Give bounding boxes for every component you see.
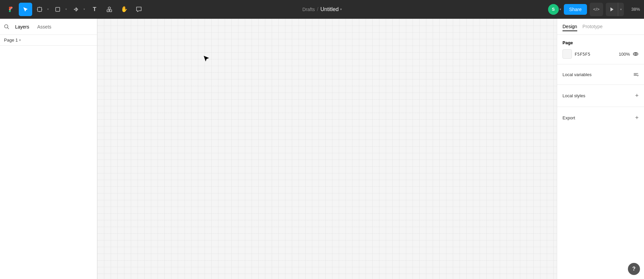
frame-icon <box>34 3 46 16</box>
page-bg-color-swatch[interactable] <box>562 49 572 59</box>
help-icon: ? <box>632 266 636 272</box>
breadcrumb-separator: / <box>317 6 318 12</box>
main-area: Layers Assets Page 1 ▾ Design <box>0 19 644 279</box>
export-add-button[interactable]: + <box>635 114 639 121</box>
svg-rect-0 <box>38 7 42 11</box>
layers-tab[interactable]: Layers <box>12 22 33 32</box>
page-bg-row: F5F5F5 100% <box>562 49 639 59</box>
divider-1 <box>557 64 644 64</box>
visibility-icon[interactable] <box>633 51 639 57</box>
svg-rect-9 <box>107 10 109 12</box>
search-icon[interactable] <box>4 24 9 29</box>
drafts-label: Drafts <box>302 7 315 12</box>
local-variables-icon[interactable] <box>633 72 639 77</box>
pen-icon <box>70 3 82 16</box>
play-button[interactable] <box>606 3 618 16</box>
share-label: Share <box>569 7 582 12</box>
svg-rect-5 <box>56 7 60 11</box>
export-label: Export <box>562 115 575 120</box>
avatar-initial: S <box>552 7 555 12</box>
play-dropdown-arrow[interactable]: ▾ <box>618 3 624 16</box>
right-panel-content: Page F5F5F5 100% Local variables <box>557 35 644 259</box>
cursor <box>203 55 210 63</box>
breadcrumb: Drafts / Untitled ▾ <box>302 6 341 12</box>
svg-point-14 <box>635 53 637 55</box>
select-tool-button[interactable] <box>19 3 32 16</box>
code-icon: </> <box>593 7 600 12</box>
page-selector[interactable]: Page 1 ▾ <box>0 35 97 46</box>
shape-tool-dropdown-arrow[interactable]: ▾ <box>64 3 68 16</box>
play-icon <box>610 7 614 12</box>
frame-tool-dropdown-arrow[interactable]: ▾ <box>46 3 50 16</box>
frame-tool-button[interactable]: ▾ <box>34 3 50 16</box>
layers-panel-content <box>0 46 97 279</box>
right-panel-tabs: Design Prototype <box>557 19 644 35</box>
page-bg-opacity[interactable]: 100% <box>616 52 630 57</box>
toolbar-right: S ▾ Share </> ▾ 38% <box>548 3 640 16</box>
figma-logo-button[interactable] <box>4 3 17 16</box>
share-button[interactable]: Share <box>564 4 587 15</box>
pen-tool-button[interactable]: ▾ <box>70 3 87 16</box>
page-section-title: Page <box>562 40 639 45</box>
left-panel: Layers Assets Page 1 ▾ <box>0 19 97 279</box>
text-icon: T <box>93 6 96 13</box>
local-styles-row: Local styles + <box>562 90 639 101</box>
text-tool-button[interactable]: T <box>88 3 101 16</box>
layers-tab-label: Layers <box>15 24 29 30</box>
page-bg-color-hex[interactable]: F5F5F5 <box>575 52 614 57</box>
pen-tool-dropdown-arrow[interactable]: ▾ <box>82 3 87 16</box>
code-button[interactable]: </> <box>590 3 603 16</box>
assets-tab-label: Assets <box>37 24 51 30</box>
avatar-dropdown-chevron[interactable]: ▾ <box>559 7 561 11</box>
local-variables-label: Local variables <box>562 72 592 77</box>
breadcrumb-drafts[interactable]: Drafts <box>302 7 315 12</box>
help-button[interactable]: ? <box>628 263 640 275</box>
assets-tab[interactable]: Assets <box>34 22 55 32</box>
design-tab[interactable]: Design <box>562 22 577 31</box>
shape-icon <box>52 3 64 16</box>
title-label: Untitled <box>320 6 338 12</box>
avatar[interactable]: S <box>548 4 559 15</box>
divider-2 <box>557 85 644 85</box>
canvas-area[interactable] <box>97 19 557 279</box>
avatar-wrapper[interactable]: S ▾ <box>548 4 561 15</box>
svg-rect-8 <box>108 7 111 9</box>
hand-tool-button[interactable]: ✋ <box>117 3 131 16</box>
svg-line-12 <box>8 28 9 29</box>
breadcrumb-title[interactable]: Untitled ▾ <box>320 6 341 12</box>
components-tool-button[interactable] <box>103 3 116 16</box>
zoom-level[interactable]: 38% <box>627 7 640 12</box>
left-panel-tabs: Layers Assets <box>0 19 97 35</box>
page-selector-chevron: ▾ <box>19 38 21 42</box>
prototype-tab-label: Prototype <box>583 24 603 29</box>
svg-point-6 <box>75 8 77 10</box>
divider-3 <box>557 107 644 107</box>
local-styles-add-button[interactable]: + <box>635 92 639 99</box>
play-button-wrapper[interactable]: ▾ <box>606 3 624 16</box>
design-tab-label: Design <box>562 24 577 29</box>
toolbar: ▾ ▾ ▾ T ✋ <box>0 0 644 19</box>
shape-tool-button[interactable]: ▾ <box>52 3 68 16</box>
local-styles-label: Local styles <box>562 93 585 98</box>
help-area: ? <box>557 259 644 279</box>
comment-tool-button[interactable] <box>132 3 146 16</box>
hand-icon: ✋ <box>121 6 128 13</box>
svg-rect-10 <box>110 10 112 12</box>
prototype-tab[interactable]: Prototype <box>583 22 603 31</box>
page-selector-label: Page 1 <box>4 38 18 43</box>
local-variables-row: Local variables <box>562 70 639 79</box>
export-row: Export + <box>562 112 639 123</box>
title-dropdown-chevron[interactable]: ▾ <box>340 7 342 11</box>
right-panel: Design Prototype Page F5F5F5 100% <box>557 19 644 279</box>
